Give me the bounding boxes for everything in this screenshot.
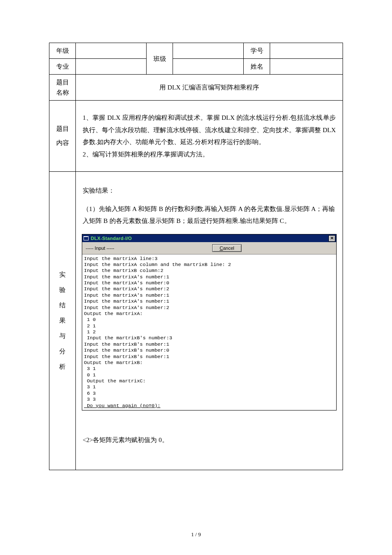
content-label: 题目内容 xyxy=(49,101,76,172)
class-value xyxy=(173,43,244,59)
report-table: 年级 班级 学号 专业 姓名 题目名称 用 DLX 汇编语言编写矩阵相乘程序 题… xyxy=(49,43,343,470)
id-label: 学号 xyxy=(244,43,270,59)
io-toolbar: ----- Input ----- Cancel xyxy=(82,242,336,254)
id-value xyxy=(270,43,343,59)
app-icon xyxy=(83,236,89,241)
title-value: 用 DLX 汇编语言编写矩阵相乘程序 xyxy=(76,75,343,101)
page-footer: 1 / 9 xyxy=(0,531,392,538)
content-text: 1、掌握 DLX 应用程序的编程和调试技术。掌握 DLX 的流水线运行分析.包括… xyxy=(76,101,343,172)
close-icon[interactable]: ✕ xyxy=(329,235,335,242)
result-note2: <2>各矩阵元素均赋初值为 0。 xyxy=(83,436,337,444)
result-label: 实验结果与分析 xyxy=(49,172,76,470)
cancel-rest: ancel xyxy=(223,246,234,251)
title-label: 题目名称 xyxy=(49,75,76,101)
major-value xyxy=(76,59,147,75)
grade-label: 年级 xyxy=(49,43,76,59)
cancel-button[interactable]: Cancel xyxy=(212,244,241,252)
result-body: 实验结果： （1）先输入矩阵 A 和矩阵 B 的行数和列数.再输入矩阵 A 的各… xyxy=(76,172,343,470)
io-window: DLX-Standard-I/O ✕ ----- Input ----- Can… xyxy=(82,234,337,410)
class-value2 xyxy=(173,59,244,75)
io-titlebar: DLX-Standard-I/O ✕ xyxy=(82,234,336,242)
major-label: 专业 xyxy=(49,59,76,75)
io-body: Input the martrixA line:3 Input the mart… xyxy=(82,254,336,410)
name-value xyxy=(270,59,343,75)
result-para: （1）先输入矩阵 A 和矩阵 B 的行数和列数.再输入矩阵 A 的各元素数值.显… xyxy=(83,203,337,227)
name-label: 姓名 xyxy=(244,59,270,75)
class-label: 班级 xyxy=(147,43,173,75)
grade-value xyxy=(76,43,147,59)
input-label: ----- Input ----- xyxy=(86,246,114,251)
result-heading: 实验结果： xyxy=(83,185,337,197)
io-title: DLX-Standard-I/O xyxy=(91,236,132,241)
